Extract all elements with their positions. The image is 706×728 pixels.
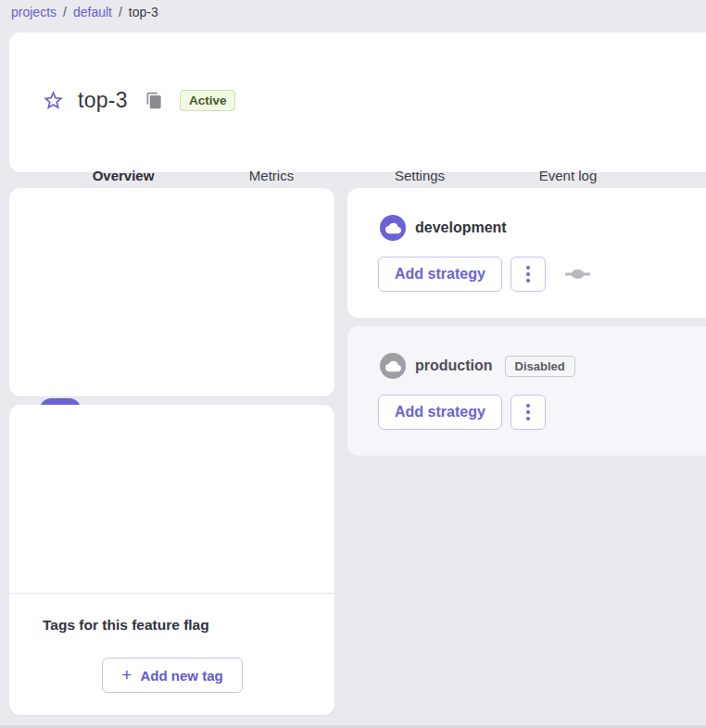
panel-actions: Add strategy [378, 395, 546, 430]
add-tag-label: Add new tag [140, 668, 222, 684]
tab-label: Settings [395, 168, 445, 183]
production-environment-panel: production Disabled Add strategy [347, 326, 706, 456]
card-divider [9, 593, 334, 594]
environment-more-actions-button[interactable] [511, 395, 546, 430]
breadcrumb-current: top-3 [129, 5, 158, 19]
cloud-icon [380, 353, 406, 379]
breadcrumb-projects[interactable]: projects [11, 5, 57, 19]
copy-icon [145, 92, 163, 109]
environment-panel-name: production [415, 358, 493, 374]
development-environment-panel: development Add strategy [347, 188, 706, 318]
add-new-tag-button[interactable]: + Add new tag [102, 658, 243, 693]
feature-header-card: top-3 Active Overview Metrics Settings E… [9, 32, 706, 172]
environment-panel-name: development [415, 220, 507, 236]
breadcrumb-default[interactable]: default [73, 5, 112, 19]
panel-actions: Add strategy [378, 257, 590, 292]
feature-title-row: top-3 Active [41, 88, 235, 113]
plus-icon: + [121, 665, 132, 685]
copy-name-button[interactable] [145, 91, 165, 111]
disabled-badge: Disabled [505, 356, 575, 377]
status-badge: Active [180, 90, 236, 111]
tags-section-title: Tags for this feature flag [43, 617, 209, 634]
breadcrumb: projects / default / top-3 [11, 3, 158, 21]
cloud-icon [380, 215, 406, 241]
add-strategy-button[interactable]: Add strategy [378, 395, 502, 430]
kebab-icon [526, 266, 530, 282]
favorite-button[interactable] [41, 89, 65, 113]
star-icon [42, 89, 65, 112]
breadcrumb-separator: / [63, 5, 67, 19]
environment-more-actions-button[interactable] [511, 257, 546, 292]
kebab-icon [526, 404, 530, 420]
tab-label: Metrics [249, 168, 294, 183]
panel-header: production Disabled [380, 353, 575, 379]
flag-overview-card: Release toggle Project: default No descr… [9, 188, 334, 396]
panel-header: development [380, 215, 507, 241]
page-title: top-3 [78, 88, 128, 113]
add-strategy-button[interactable]: Add strategy [378, 257, 502, 292]
environments-card: Enabled in environments (1) development … [9, 405, 334, 715]
tab-label: Event log [539, 168, 598, 183]
connection-icon [565, 269, 590, 280]
tab-label: Overview [93, 168, 155, 183]
breadcrumb-separator: / [119, 5, 122, 19]
